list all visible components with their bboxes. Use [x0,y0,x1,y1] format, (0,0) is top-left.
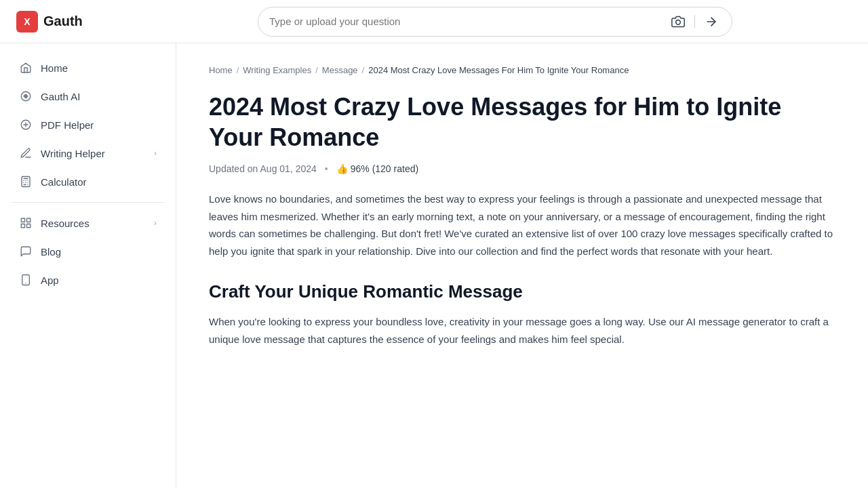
nav-divider [11,202,165,203]
svg-rect-19 [27,224,31,228]
sidebar-item-home-label: Home [41,62,68,74]
breadcrumb-message[interactable]: Message [322,65,358,75]
svg-rect-17 [21,218,24,222]
search-divider [694,15,695,28]
writing-icon [19,146,33,160]
sidebar-item-app[interactable]: App [5,266,170,293]
camera-icon [671,15,685,28]
breadcrumb-writing-examples[interactable]: Writing Examples [243,65,311,75]
search-bar [258,7,732,37]
section-title: Craft Your Unique Romantic Message [209,281,835,302]
article-rating: 👍 96% (120 rated) [336,163,418,174]
rating-text: 96% (120 rated) [351,163,418,174]
sidebar-item-resources[interactable]: Resources › [5,209,170,237]
gauth-ai-icon [19,89,33,103]
pdf-icon [19,118,33,131]
sidebar-item-writing-helper[interactable]: Writing Helper › [5,140,170,167]
blog-icon [19,245,33,258]
article-updated: Updated on Aug 01, 2024 [209,163,317,174]
sidebar-item-resources-label: Resources [41,218,90,229]
logo-icon: X [16,11,38,33]
article-title: 2024 Most Crazy Love Messages for Him to… [209,92,835,152]
thumbs-up-icon: 👍 [336,163,348,174]
sidebar-item-blog[interactable]: Blog [5,238,170,265]
home-icon [19,61,33,75]
sidebar-item-blog-label: Blog [41,246,61,258]
meta-dot: • [325,163,328,174]
sidebar: Home Gauth AI PDF Helper [0,43,176,488]
breadcrumb: Home / Writing Examples / Message / 2024… [209,65,835,75]
resources-chevron-icon: › [154,218,157,228]
arrow-right-icon [705,15,718,28]
sidebar-item-gauth-ai[interactable]: Gauth AI [5,83,170,110]
article-body: Love knows no boundaries, and sometimes … [209,190,835,260]
search-submit-button[interactable] [702,12,721,31]
sidebar-item-calculator[interactable]: Calculator [5,168,170,195]
header: X Gauth [0,0,868,43]
breadcrumb-sep-2: / [315,65,318,75]
layout: Home Gauth AI PDF Helper [0,43,868,488]
logo[interactable]: X Gauth [16,11,138,33]
app-icon [19,273,33,287]
sidebar-item-gauth-ai-label: Gauth AI [41,91,80,102]
section-body: When you're looking to express your boun… [209,313,835,348]
breadcrumb-current: 2024 Most Crazy Love Messages For Him To… [368,65,629,75]
svg-point-0 [676,20,681,24]
breadcrumb-home[interactable]: Home [209,65,233,75]
camera-button[interactable] [669,12,688,31]
logo-text: Gauth [43,14,83,29]
sidebar-item-pdf-helper[interactable]: PDF Helper [5,111,170,138]
breadcrumb-sep-1: / [237,65,239,75]
sidebar-item-calculator-label: Calculator [41,176,87,188]
sidebar-item-home[interactable]: Home [5,54,170,81]
svg-rect-20 [21,224,24,228]
svg-rect-21 [22,275,30,285]
writing-chevron-icon: › [154,148,157,158]
svg-rect-18 [27,218,31,222]
sidebar-item-pdf-label: PDF Helper [41,119,94,131]
search-input[interactable] [269,16,669,27]
resources-icon [19,216,33,230]
svg-rect-7 [22,177,30,187]
breadcrumb-sep-3: / [362,65,365,75]
article-meta: Updated on Aug 01, 2024 • 👍 96% (120 rat… [209,163,835,174]
calculator-icon [19,175,33,188]
sidebar-item-writing-label: Writing Helper [41,148,105,159]
main-content: Home / Writing Examples / Message / 2024… [176,43,868,488]
sidebar-item-app-label: App [41,274,59,286]
